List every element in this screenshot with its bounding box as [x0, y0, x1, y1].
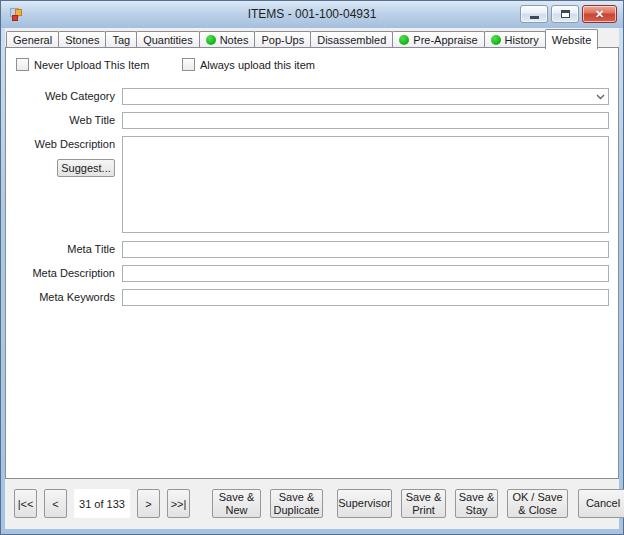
button-label-line1: Save & — [219, 491, 254, 504]
web-title-label: Web Title — [6, 112, 122, 126]
button-label-line2: Stay — [465, 504, 487, 517]
save-and-stay-button[interactable]: Save & Stay — [455, 489, 498, 518]
meta-keywords-input[interactable] — [122, 289, 609, 306]
web-description-left-column: Web Description Suggest... — [6, 136, 122, 177]
button-label-line1: OK / Save — [512, 491, 562, 504]
client-area: General Stones Tag Quantities Notes Pop-… — [5, 28, 619, 529]
titlebar[interactable]: ITEMS - 001-100-04931 ✕ — [1, 1, 623, 28]
button-label-line2: Duplicate — [274, 504, 320, 517]
meta-title-input[interactable] — [122, 241, 609, 258]
website-form: Web Category Web Title Web Description — [6, 88, 618, 306]
tab-label: Pop-Ups — [261, 34, 304, 46]
tab-label: Notes — [220, 34, 249, 46]
web-title-input[interactable] — [122, 112, 609, 129]
green-status-dot-icon — [491, 35, 501, 45]
button-label-line2: Print — [412, 504, 435, 517]
app-icon — [9, 7, 25, 23]
bottom-bar: |<< < > >>| Save & New Save & Duplicate … — [5, 478, 619, 529]
supervisor-button[interactable]: Supervisor — [337, 489, 392, 518]
tab-label: Quantities — [143, 34, 193, 46]
record-position-input[interactable] — [74, 489, 130, 518]
tab-label: Website — [552, 34, 592, 46]
save-and-duplicate-button[interactable]: Save & Duplicate — [270, 489, 323, 518]
chevron-down-icon — [592, 89, 608, 104]
button-label-line2: & Close — [518, 504, 557, 517]
action-buttons: Save & New Save & Duplicate Supervisor S… — [212, 489, 624, 518]
meta-description-row: Meta Description — [6, 265, 618, 282]
tab-notes[interactable]: Notes — [199, 31, 256, 48]
window-controls: ✕ — [520, 5, 617, 23]
suggest-button[interactable]: Suggest... — [57, 159, 115, 177]
cancel-button[interactable]: Cancel — [578, 489, 624, 518]
tab-stones[interactable]: Stones — [58, 31, 106, 48]
web-category-row: Web Category — [6, 88, 618, 105]
never-upload-checkbox[interactable] — [16, 58, 29, 71]
tab-label: General — [13, 34, 52, 46]
tab-label: Tag — [112, 34, 130, 46]
web-category-dropdown[interactable] — [122, 88, 609, 105]
button-label-line1: Cancel — [586, 497, 620, 510]
tab-quantities[interactable]: Quantities — [136, 31, 200, 48]
button-label-line1: Supervisor — [338, 497, 391, 510]
never-upload-label: Never Upload This Item — [34, 59, 149, 71]
button-label-line1: Save & — [279, 491, 314, 504]
minimize-icon — [530, 16, 539, 19]
meta-title-row: Meta Title — [6, 241, 618, 258]
web-description-row: Web Description Suggest... — [6, 136, 618, 233]
tab-disassembled[interactable]: Disassembled — [310, 31, 393, 48]
meta-description-label: Meta Description — [6, 265, 122, 279]
web-category-label: Web Category — [6, 88, 122, 102]
meta-keywords-label: Meta Keywords — [6, 289, 122, 303]
meta-description-input[interactable] — [122, 265, 609, 282]
tab-website[interactable]: Website — [545, 29, 599, 49]
next-record-button[interactable]: > — [137, 489, 160, 518]
items-window: ITEMS - 001-100-04931 ✕ General Stones T… — [0, 0, 624, 535]
always-upload-checkbox[interactable] — [182, 58, 195, 71]
never-upload-option[interactable]: Never Upload This Item — [16, 58, 182, 71]
close-button[interactable]: ✕ — [582, 5, 617, 23]
last-record-button[interactable]: >>| — [167, 489, 190, 518]
button-label-line2: New — [225, 504, 247, 517]
tab-tag[interactable]: Tag — [105, 31, 137, 48]
ok-save-close-button[interactable]: OK / Save & Close — [507, 489, 568, 518]
always-upload-label: Always upload this item — [200, 59, 315, 71]
always-upload-option[interactable]: Always upload this item — [182, 58, 315, 71]
tab-label: Stones — [65, 34, 99, 46]
web-description-label: Web Description — [35, 136, 116, 150]
tab-label: Disassembled — [317, 34, 386, 46]
first-record-button[interactable]: |<< — [14, 489, 37, 518]
tab-general[interactable]: General — [6, 31, 59, 48]
green-status-dot-icon — [399, 35, 409, 45]
button-label-line1: Save & — [459, 491, 494, 504]
tab-pre-appraise[interactable]: Pre-Appraise — [392, 31, 484, 48]
tab-history[interactable]: History — [484, 31, 546, 48]
maximize-icon — [561, 10, 570, 18]
previous-record-button[interactable]: < — [44, 489, 67, 518]
save-and-print-button[interactable]: Save & Print — [401, 489, 446, 518]
close-icon: ✕ — [595, 8, 604, 21]
record-navigation: |<< < > >>| — [14, 489, 190, 518]
tab-strip: General Stones Tag Quantities Notes Pop-… — [6, 30, 618, 48]
tab-label: History — [505, 34, 539, 46]
web-description-textarea[interactable] — [122, 136, 609, 233]
button-label-line1: Save & — [406, 491, 441, 504]
app-icon-red-square — [12, 15, 18, 21]
tab-pop-ups[interactable]: Pop-Ups — [254, 31, 311, 48]
maximize-button[interactable] — [551, 5, 579, 23]
minimize-button[interactable] — [520, 5, 548, 23]
tab-label: Pre-Appraise — [413, 34, 477, 46]
meta-title-label: Meta Title — [6, 241, 122, 255]
green-status-dot-icon — [206, 35, 216, 45]
meta-keywords-row: Meta Keywords — [6, 289, 618, 306]
web-title-row: Web Title — [6, 112, 618, 129]
save-and-new-button[interactable]: Save & New — [212, 489, 261, 518]
upload-options-row: Never Upload This Item Always upload thi… — [16, 57, 618, 72]
tab-page-website: Never Upload This Item Always upload thi… — [5, 47, 619, 479]
